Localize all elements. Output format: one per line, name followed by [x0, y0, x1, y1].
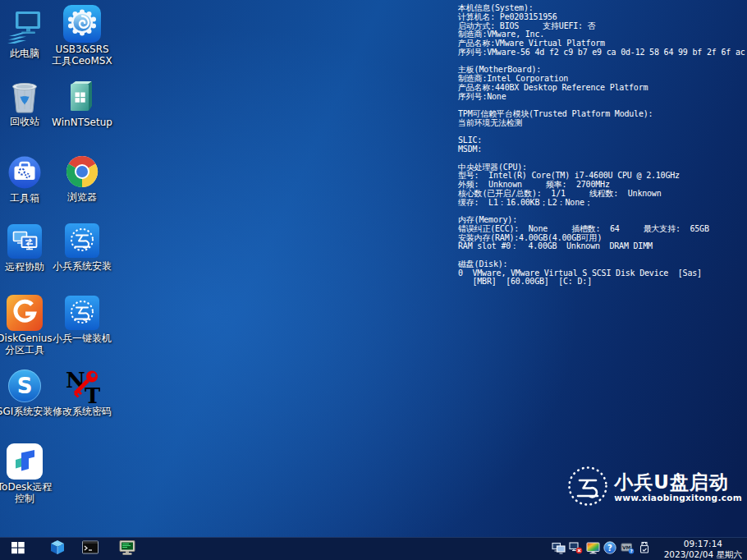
taskbar-button-pe-tools[interactable] — [46, 538, 69, 560]
system-tray: ?VM? — [551, 538, 652, 560]
desktop-icon-browser[interactable]: 浏览器 — [47, 152, 117, 203]
vm-monitor-icon: VM? — [621, 541, 635, 558]
desktop-icon-todesk[interactable]: ToDesk远程 控制 — [0, 442, 60, 504]
tray-dual-display[interactable] — [551, 542, 566, 557]
sysinfo-line: 磁盘(Disk): — [458, 260, 745, 269]
desktop-icon-xiaobing-onekey[interactable]: 小兵一键装机 — [47, 293, 117, 344]
desktop-icon-label: 修改系统密码 — [44, 406, 120, 417]
desktop-icon-label: 浏览器 — [44, 191, 120, 203]
watermark-title: 小兵U盘启动 — [614, 471, 742, 493]
xiaobing-logo-icon — [566, 465, 610, 509]
taskbar-clock[interactable]: 09:17:14 2023/02/04 星期六 — [652, 539, 745, 559]
desktop-icon-usb3-srs-tool[interactable]: USB3&SRS 工具CeoMSX — [47, 4, 117, 67]
taskbar-button-command-prompt[interactable] — [79, 538, 102, 560]
clock-date: 2023/02/04 星期六 — [652, 549, 742, 560]
taskbar-button-start[interactable] — [7, 538, 30, 560]
taskbar: ?VM? 09:17:14 2023/02/04 星期六 — [0, 537, 747, 560]
sysinfo-line: [MBR] [60.00GB] [C: D:] — [458, 278, 745, 287]
sysinfo-line: MSDM: — [458, 145, 745, 154]
desktop-icon-label: ToDesk远程 控制 — [0, 481, 62, 504]
desktop-icon-xiaobing-install[interactable]: 小兵系统安装 — [47, 221, 117, 272]
sysinfo-line: 产品名称:440BX Desktop Reference Platform — [458, 84, 745, 93]
desktop-icon-winntsetup[interactable]: WinNTSetup — [47, 77, 117, 128]
watermark-text: 小兵U盘启动 www.xiaobingxitong.com — [614, 471, 742, 503]
svg-text:?: ? — [630, 549, 632, 553]
watermark-url: www.xiaobingxitong.com — [614, 493, 742, 503]
taskbar-button-pe-explorer[interactable] — [116, 538, 139, 560]
pe-cube-icon — [48, 539, 66, 560]
pe-monitor-icon — [118, 539, 136, 560]
sgi-icon: S — [7, 366, 43, 405]
network-error-icon — [569, 541, 583, 558]
cmd-icon — [81, 539, 99, 560]
sysinfo-line: 计算机名: Pe0203151956 — [458, 13, 745, 22]
sysinfo-line: 当前环境无法检测 — [458, 119, 745, 128]
sysinfo-line: 错误纠正(ECC): None 插槽数: 64 最大支持: 65GB — [458, 225, 745, 234]
display-color-icon — [586, 541, 600, 558]
computer-icon — [7, 8, 43, 47]
sysinfo-line: 序列号:None — [458, 93, 745, 102]
tray-network-status[interactable] — [568, 542, 583, 557]
help-icon: ? — [603, 541, 616, 558]
desktop-icon-change-password[interactable]: NT修改系统密码 — [47, 366, 117, 417]
sysinfo-line: SLIC: — [458, 136, 745, 145]
sysinfo-line: 序列号:VMware-56 4d f2 c9 b7 e9 ca 0d-12 58… — [458, 48, 745, 57]
desktop-icon-label: 小兵系统安装 — [44, 260, 120, 272]
svg-text:S: S — [17, 374, 33, 398]
chrome-icon — [65, 152, 99, 190]
tray-display-settings[interactable] — [585, 542, 600, 557]
sysinfo-line — [458, 154, 745, 163]
tray-usb-eject[interactable] — [637, 542, 652, 557]
desktop-icon-label: USB3&SRS 工具CeoMSX — [44, 44, 120, 67]
usb-tool-icon — [63, 4, 101, 43]
svg-text:?: ? — [607, 543, 612, 552]
usb-eject-icon — [639, 541, 650, 558]
watermark: 小兵U盘启动 www.xiaobingxitong.com — [566, 465, 742, 509]
sysinfo-line: 核心数(已开启/总数): 1/1 线程数: Unknown — [458, 190, 745, 199]
winntsetup-icon — [65, 77, 99, 116]
windows-start-icon — [10, 539, 26, 559]
clock-time: 09:17:14 — [652, 539, 742, 549]
sysinfo-line — [458, 128, 745, 137]
recycle-bin-icon — [7, 76, 43, 115]
desktop-icon-label: 小兵一键装机 — [44, 333, 120, 344]
nt-password-icon: NT — [64, 366, 100, 405]
xiaobing-icon — [65, 293, 99, 332]
sysinfo-line: 缓存: L1：16.00KB；L2：None； — [458, 199, 745, 208]
remote-assist-icon — [7, 222, 42, 260]
toolbox-icon — [7, 153, 42, 191]
xiaobing-icon — [65, 221, 99, 259]
dual-display-icon — [552, 541, 566, 558]
diskgenius-icon — [7, 293, 43, 332]
desktop-icon-label: WinNTSetup — [44, 117, 120, 128]
system-info-panel: 本机信息(System):计算机名: Pe0203151956启动方式: BIO… — [458, 4, 745, 287]
tray-help[interactable]: ? — [603, 542, 617, 557]
svg-text:T: T — [85, 383, 100, 404]
todesk-icon — [7, 442, 43, 480]
tray-vm-tools[interactable]: VM? — [620, 542, 635, 557]
sysinfo-line: RAM slot #0： 4.00GB Unknown DRAM DIMM — [458, 242, 745, 251]
